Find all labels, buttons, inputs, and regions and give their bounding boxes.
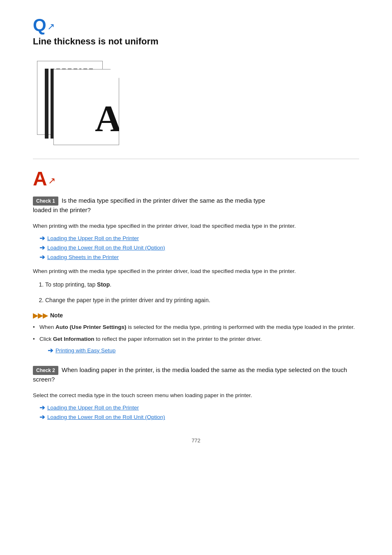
note-item1-after: is selected for the media type, printing… <box>127 324 355 330</box>
a-arrow-icon: ↗ <box>48 176 55 186</box>
step1-text-before: To stop printing, tap <box>45 281 97 288</box>
step-2: Change the paper type in the printer dri… <box>45 296 359 305</box>
check1-heading: Check 1Is the media type specified in th… <box>33 196 359 215</box>
step2-text: Change the paper type in the printer dri… <box>45 297 210 303</box>
arrow-bullet-icon: ➔ <box>39 234 45 242</box>
vline <box>45 69 48 139</box>
arrow-bullet-icon: ➔ <box>39 244 45 252</box>
link-upper-roll[interactable]: Loading the Upper Roll on the Printer <box>47 235 139 241</box>
illustration: A <box>33 57 131 147</box>
q-icon: Q ↗ <box>33 16 359 34</box>
check1-badge: Check 1 <box>33 197 58 206</box>
q-letter: Q <box>33 16 46 34</box>
link2-upper-roll[interactable]: Loading the Upper Roll on the Printer <box>47 405 139 411</box>
a-letter-illustration: A <box>95 100 122 137</box>
a-letter: A <box>33 169 47 189</box>
check1-body2: When printing with the media type specif… <box>33 267 359 276</box>
check2-section: Check 2When loading paper in the printer… <box>33 365 359 421</box>
page-title: Line thickness is not uniform <box>33 36 359 47</box>
note-label: Note <box>50 312 63 319</box>
note-item2-bold: Get Information <box>53 336 95 342</box>
link2-lower-roll[interactable]: Loading the Lower Roll on the Roll Unit … <box>47 414 165 420</box>
arrow-bullet-icon: ➔ <box>39 253 45 261</box>
step1-bold: Stop <box>97 281 110 288</box>
list-item: ➔ Loading the Upper Roll on the Printer <box>39 404 359 412</box>
arrow-bullet-icon: ➔ <box>39 404 45 412</box>
step-list: To stop printing, tap Stop. Change the p… <box>45 280 359 305</box>
list-item: ➔ Loading the Upper Roll on the Printer <box>39 234 359 242</box>
arrow-bullet-icon: ➔ <box>39 413 45 421</box>
section-divider <box>33 159 359 159</box>
arrow-bullet-icon: ➔ <box>48 345 53 356</box>
link-sheets[interactable]: Loading Sheets in the Printer <box>47 254 119 260</box>
note-header: ▶▶▶ Note <box>33 312 359 319</box>
check1-heading-text2: loaded in the printer? <box>33 206 91 213</box>
q-arrow-icon: ↗ <box>47 21 55 32</box>
list-item: ➔ Loading Sheets in the Printer <box>39 253 359 261</box>
list-item: ➔ Loading the Lower Roll on the Roll Uni… <box>39 413 359 421</box>
note-sub-link: ➔ Printing with Easy Setup <box>48 345 359 356</box>
note-item2-before: Click <box>39 336 53 342</box>
note-item1-before: When <box>39 324 55 330</box>
check2-badge: Check 2 <box>33 366 58 375</box>
step-1: To stop printing, tap Stop. <box>45 280 359 289</box>
note-item1-bold: Auto (Use Printer Settings) <box>55 324 127 330</box>
check1-heading-text: Is the media type specified in the print… <box>62 197 265 204</box>
check1-body1: When printing with the media type specif… <box>33 222 359 231</box>
paper-front: A <box>53 69 119 145</box>
check1-link-list: ➔ Loading the Upper Roll on the Printer … <box>39 234 359 261</box>
illustration-area: A <box>33 57 359 147</box>
check2-body: Select the correct media type in the tou… <box>33 391 359 400</box>
note-item2-after: to reflect the paper information set in … <box>95 336 262 342</box>
note-box: ▶▶▶ Note When Auto (Use Printer Settings… <box>33 312 359 356</box>
note-content: When Auto (Use Printer Settings) is sele… <box>33 323 359 356</box>
page-number: 772 <box>33 437 359 444</box>
note-item-2: Click Get Information to reflect the pap… <box>33 335 359 356</box>
link-lower-roll[interactable]: Loading the Lower Roll on the Roll Unit … <box>47 245 165 251</box>
note-arrows-icon: ▶▶▶ <box>33 312 48 319</box>
step1-text-after: . <box>110 281 111 288</box>
check2-heading: Check 2When loading paper in the printer… <box>33 365 359 384</box>
link-easy-setup[interactable]: Printing with Easy Setup <box>55 346 115 355</box>
note-item-1: When Auto (Use Printer Settings) is sele… <box>33 323 359 332</box>
list-item: ➔ Loading the Lower Roll on the Roll Uni… <box>39 244 359 252</box>
check2-heading-text: When loading paper in the printer, is th… <box>33 366 347 383</box>
check2-link-list: ➔ Loading the Upper Roll on the Printer … <box>39 404 359 421</box>
a-answer-icon: A ↗ <box>33 169 359 189</box>
